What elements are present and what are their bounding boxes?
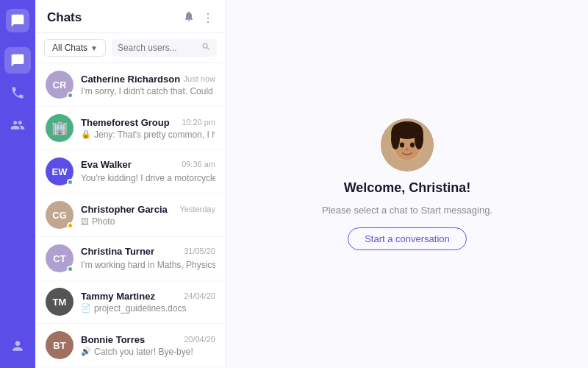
svg-point-5 [410,142,415,147]
chat-item[interactable]: CR Catherine Richardson Just now I'm sor… [35,63,226,107]
chat-info: Themeforest Group 10:20 pm 🔒 Jeny: That'… [81,117,215,140]
chat-name: Bonnie Torres [81,334,145,345]
chat-info: Bonnie Torres 20/04/20 🔊 Catch you later… [81,334,215,357]
avatar-wrap: 🏢 [46,114,74,142]
chat-top: Christina Turner 31/05/20 [81,246,215,257]
chat-top: Catherine Richardson Just now [81,74,215,85]
avatar-wrap: TM [46,288,74,316]
chat-time: Yesterday [179,205,215,213]
avatar-wrap: CR [46,71,74,99]
avatar-wrap: CG [46,201,74,229]
header-icons: ⋮ [183,10,214,25]
more-icon[interactable]: ⋮ [202,11,214,25]
chat-item[interactable]: CG Christopher Garcia Yesterday 🖼 Photo [35,194,226,237]
chat-top: Bonnie Torres 20/04/20 [81,334,215,345]
filter-arrow-icon: ▼ [90,44,98,52]
search-input[interactable] [118,43,198,53]
chat-time: Just now [184,74,215,83]
notification-icon[interactable] [183,10,195,25]
chat-item[interactable]: CT Christina Turner 31/05/20 I'm working… [35,237,226,280]
nav-profile-icon[interactable] [4,333,31,359]
chat-preview: You're kidding! I drive a motorcycle as … [81,171,215,185]
preview-text: project_guidelines.docs [94,303,186,314]
chat-info: Christopher Garcia Yesterday 🖼 Photo [81,204,215,227]
chat-top: Themeforest Group 10:20 pm [81,117,215,128]
chat-item[interactable]: BT Bonnie Torres 20/04/20 🔊 Catch you la… [35,324,226,367]
chat-info: Christina Turner 31/05/20 I'm working ha… [81,246,215,272]
avatar: BT [46,331,74,359]
nav-contacts-icon[interactable] [4,112,31,138]
svg-point-4 [400,142,404,147]
chat-item[interactable]: TM Tammy Martinez 24/04/20 📄 project_gui… [35,280,226,324]
avatar-wrap: BT [46,331,74,359]
app-logo [6,9,29,32]
preview-text: You're kidding! I drive a motorcycle as … [81,173,215,183]
chat-time: 09:36 am [182,160,215,169]
chat-item[interactable]: EW Eva Walker 09:36 am You're kidding! I… [35,150,226,194]
chat-preview: I'm sorry, I didn't catch that. Could yo… [81,86,215,96]
chat-preview: I'm working hard in Maths, Physics an...… [81,258,215,272]
chat-item[interactable]: 🏢 Themeforest Group 10:20 pm 🔒 Jeny: Tha… [35,107,226,150]
start-conversation-button[interactable]: Start a conversation [348,227,467,250]
chat-info: Catherine Richardson Just now I'm sorry,… [81,74,215,96]
chat-info: Eva Walker 09:36 am You're kidding! I dr… [81,159,215,185]
welcome-avatar [381,118,434,171]
preview-text: I'm working hard in Maths, Physics an... [81,260,215,270]
chat-name: Catherine Richardson [81,74,180,85]
chat-list-header: Chats ⋮ [35,0,226,33]
chat-name: Eva Walker [81,159,132,170]
chat-preview: 🔒 Jeny: That's pretty common, I heard th… [81,130,215,140]
avatar: 🏢 [46,114,74,142]
nav-chat-icon[interactable] [4,47,31,74]
chat-list-panel: Chats ⋮ All Chats ▼ CR [35,0,226,368]
avatar-wrap: EW [46,158,74,185]
chat-info: Tammy Martinez 24/04/20 📄 project_guidel… [81,291,215,314]
chat-name: Themeforest Group [81,117,170,128]
preview-text: I'm sorry, I didn't catch that. Could yo… [81,86,215,96]
preview-text: Photo [92,216,115,227]
chat-preview: 📄 project_guidelines.docs [81,303,215,314]
chat-time: 10:20 pm [182,118,215,127]
filter-search-bar: All Chats ▼ [35,33,226,63]
chat-time: 20/04/20 [184,335,215,344]
main-welcome-area: Welcome, Christina! Please select a chat… [226,0,588,368]
sidebar-nav [0,0,35,368]
chat-time: 31/05/20 [184,247,215,255]
avatar-wrap: CT [46,244,74,272]
chat-top: Christopher Garcia Yesterday [81,204,215,215]
preview-text: Catch you later! Bye-bye! [94,347,193,357]
welcome-subtitle: Please select a chat to Start messaging. [322,205,492,216]
avatar: TM [46,288,74,316]
chat-preview: 🔊 Catch you later! Bye-bye! [81,347,215,357]
nav-phone-icon[interactable] [4,79,31,106]
chat-top: Eva Walker 09:36 am [81,159,215,170]
chat-name: Christina Turner [81,246,154,257]
chat-top: Tammy Martinez 24/04/20 [81,291,215,302]
chat-preview: 🖼 Photo [81,216,215,227]
welcome-title: Welcome, Christina! [344,180,471,196]
search-icon [201,42,211,54]
filter-label: All Chats [52,43,87,53]
svg-point-9 [415,129,423,149]
search-box [112,39,217,57]
chat-list-title: Chats [47,10,82,25]
chat-items-list: CR Catherine Richardson Just now I'm sor… [35,63,226,368]
chat-time: 24/04/20 [184,291,215,300]
svg-point-8 [391,129,400,149]
preview-text: Jeny: That's pretty common, I heard th..… [94,130,215,140]
filter-button[interactable]: All Chats ▼ [44,39,106,57]
svg-point-6 [406,148,409,150]
chat-name: Christopher Garcia [81,204,168,215]
chat-name: Tammy Martinez [81,291,155,302]
